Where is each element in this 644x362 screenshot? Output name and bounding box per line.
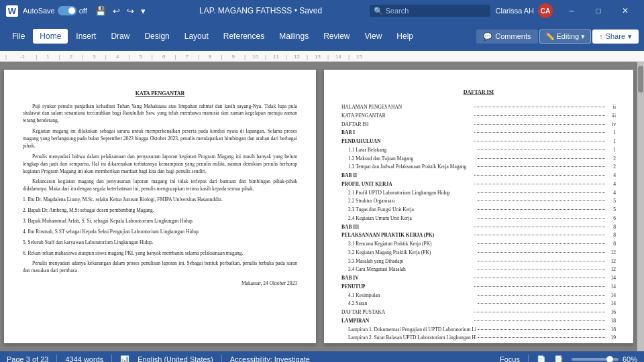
- redo-button[interactable]: ↪: [124, 5, 137, 17]
- ack-2: 2. Bapak Dr. Ambeng, M.Si sebagai dosen …: [23, 207, 297, 215]
- undo-button[interactable]: ↩: [110, 5, 123, 17]
- toc-label: PENDAHULUAN: [341, 137, 473, 145]
- toc-label: 3.1 Rencana Kegiatan Praktik Kerja (PK): [348, 240, 476, 247]
- toc-page-num: 8: [606, 223, 616, 231]
- toc-page-num: 1: [606, 146, 616, 154]
- paragraph-3: Penulis menyadari bahwa dalam pelaksanaa…: [23, 154, 297, 176]
- track-changes-icon[interactable]: 📊: [120, 355, 129, 363]
- toc-label: DAFTAR PUSTAKA: [341, 308, 473, 316]
- toc-label: Lampiran 2. Surat Balasan UPTD Laborator…: [348, 334, 476, 341]
- tab-home[interactable]: Home: [33, 29, 68, 44]
- minimize-button[interactable]: –: [558, 0, 585, 21]
- toc-dots: [478, 149, 606, 150]
- word-app-icon: W: [5, 4, 19, 17]
- toc-dots: [474, 278, 606, 278]
- tab-help[interactable]: Help: [390, 29, 420, 44]
- toc-page-num: 2: [606, 163, 616, 170]
- editing-button[interactable]: ✏️ Editing ▾: [539, 29, 592, 44]
- focus-label[interactable]: Focus: [500, 355, 520, 362]
- toc-page-num: 4: [606, 172, 616, 179]
- language-label[interactable]: English (United States): [138, 355, 213, 362]
- ack-5: 5. Seluruh Staff dan karyawan Laboratori…: [23, 239, 297, 247]
- toc-entry: PENUTUP14: [341, 283, 616, 290]
- page-info[interactable]: Page 3 of 23: [7, 355, 48, 362]
- toc-label: 4.2 Saran: [348, 300, 476, 307]
- titlebar-search-icon: 🔍: [374, 7, 383, 15]
- zoom-area: 60%: [572, 355, 637, 362]
- tab-design[interactable]: Design: [138, 29, 176, 44]
- ack-6: 6. Rekan-rekan mahasiswa ataupun siswa m…: [23, 250, 297, 257]
- share-button[interactable]: ↑ Share ▾: [592, 29, 639, 44]
- toc-entry: PENDAHULUAN1: [341, 137, 616, 145]
- toc-label: 3.2 Kegiatan Magang Praktik Kerja (PK): [348, 249, 476, 256]
- more-options-icon[interactable]: ▾: [138, 5, 148, 17]
- tab-layout[interactable]: Layout: [178, 29, 215, 44]
- zoom-slider[interactable]: [572, 358, 619, 361]
- closing-paragraph: Penulis menyadari adanya kekurangan dala…: [23, 260, 297, 275]
- toc-dots: [478, 252, 606, 253]
- toc-entry: 1.1 Latar Belakang1: [341, 146, 616, 154]
- zoom-thumb[interactable]: [606, 356, 613, 362]
- tab-file[interactable]: File: [5, 29, 32, 44]
- accessibility-label[interactable]: Accessibility: Investigate: [230, 355, 310, 362]
- title-bar: W AutoSave off 💾 ↩ ↪ ▾ LAP. MAGANG FATHS…: [0, 0, 644, 21]
- autosave-toggle[interactable]: [58, 6, 76, 15]
- undo-redo-area: 💾 ↩ ↪ ▾: [93, 5, 148, 17]
- user-area: Clarissa AH CA: [496, 3, 553, 18]
- toc-page-num: iii: [606, 112, 616, 119]
- toc-dots: [478, 218, 606, 219]
- tab-insert[interactable]: Insert: [69, 29, 103, 44]
- view-mode-icon[interactable]: 📄: [537, 355, 546, 363]
- zoom-level[interactable]: 60%: [623, 355, 637, 362]
- toc-entry: BAB III8: [341, 223, 616, 231]
- toc-page-num: 18: [606, 317, 616, 324]
- comments-label: Comments: [495, 32, 531, 40]
- toc-page-num: 12: [606, 257, 616, 265]
- scrollbar[interactable]: [637, 62, 644, 351]
- tab-references[interactable]: References: [217, 29, 271, 44]
- toc-dots: [478, 269, 606, 269]
- titlebar-search-input[interactable]: [370, 5, 490, 17]
- tab-mailings[interactable]: Mailings: [272, 29, 315, 44]
- toc-title: DAFTAR ISI: [341, 88, 616, 97]
- comments-icon: 💬: [483, 32, 492, 41]
- toc-dots: [474, 175, 606, 176]
- toc-label: BAB IV: [341, 274, 473, 282]
- toc-entry: KATA PENGANTARiii: [341, 112, 616, 119]
- toc-dots: [474, 132, 606, 133]
- save-icon[interactable]: 💾: [93, 5, 109, 17]
- toc-entry: Lampiran 2. Surat Balasan UPTD Laborator…: [341, 334, 616, 341]
- toc-entry: 3.4 Cara Mengatasi Masalah12: [341, 265, 616, 273]
- username-label: Clarissa AH: [496, 7, 534, 15]
- tab-draw[interactable]: Draw: [104, 29, 136, 44]
- toc-dots: [474, 227, 606, 227]
- toc-entry: 3.3 Masalah yang Dihadapi12: [341, 257, 616, 265]
- close-button[interactable]: ✕: [612, 0, 639, 21]
- toc-page-num: 19: [606, 334, 616, 341]
- tab-review[interactable]: Review: [317, 29, 356, 44]
- toc-entry: 1.3 Tempat dan Jadwal Pelaksanaan Prakti…: [341, 163, 616, 170]
- toc-page-num: 16: [606, 308, 616, 316]
- toc-page-num: 4: [606, 189, 616, 196]
- left-page-title: KATA PENGANTAR: [23, 90, 297, 98]
- toc-label: DAFTAR ISI: [341, 121, 473, 128]
- word-count[interactable]: 4344 words: [65, 355, 103, 362]
- toc-page-num: iv: [606, 121, 616, 128]
- scroll-thumb[interactable]: [638, 66, 643, 93]
- toc-entry: 4.2 Saran14: [341, 300, 616, 307]
- autosave-state: off: [79, 7, 87, 15]
- toc-dots: [478, 209, 606, 210]
- print-layout-icon[interactable]: 📑: [554, 355, 564, 363]
- toc-entry: Lampiran 1. Dokumentasi Pengajian di UPT…: [341, 326, 616, 333]
- toc-label: PELAKSANAAN PRAKTIK KERJA (PK): [341, 231, 473, 239]
- tab-view[interactable]: View: [358, 29, 389, 44]
- maximize-button[interactable]: □: [585, 0, 612, 21]
- ack-3: 3. Bapak Muhammad Arfah, S. Si. sebagai …: [23, 218, 297, 225]
- toc-label: 1.2 Maksud dan Tujuan Magang: [348, 155, 476, 162]
- toc-dots: [474, 286, 606, 287]
- toc-page-num: 8: [606, 231, 616, 239]
- toc-page-num: 5: [606, 197, 616, 204]
- avatar[interactable]: CA: [538, 3, 553, 18]
- comments-button[interactable]: 💬 Comments: [476, 29, 537, 44]
- toc-dots: [474, 312, 606, 312]
